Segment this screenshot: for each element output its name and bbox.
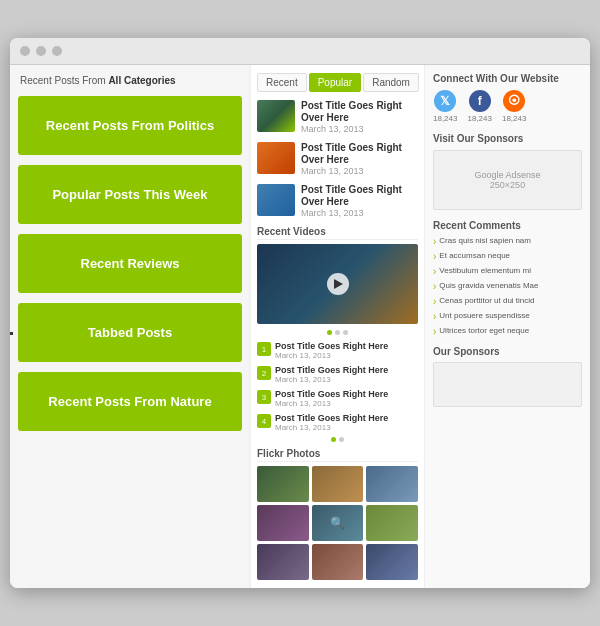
tab-popular[interactable]: Popular [309,73,361,92]
widget-label-3: Tabbed Posts [88,325,172,340]
comment-item-3: › Quis gravida venenatis Mae [433,281,582,293]
comment-text-0: Cras quis nisl sapien nam [439,236,531,246]
twitter-social[interactable]: 𝕏 18,243 [433,90,457,123]
recent-post-item-2: 3 Post Title Goes Right Here March 13, 2… [257,389,418,408]
flickr-item-4[interactable] [257,505,309,541]
facebook-social[interactable]: f 18,243 [467,90,491,123]
search-overlay-icon: 🔍 [330,516,345,530]
rss-count: 18,243 [502,114,526,123]
widget-recent-posts-nature[interactable]: Recent Posts From Nature [18,372,242,431]
widget-popular-posts[interactable]: Popular Posts This Week [18,165,242,224]
video-dots [257,330,418,335]
browser-dot-2 [36,46,46,56]
comment-bullet-4: › [433,296,436,308]
rp-number-3: 4 [257,414,271,428]
flickr-label: Flickr Photos [257,448,418,462]
right-sidebar: Connect With Our Website 𝕏 18,243 f 18,2… [425,65,590,588]
post-title-0[interactable]: Post Title Goes Right Over Here [301,100,418,124]
comments-list: › Cras quis nisl sapien nam › Et accumsa… [433,236,582,338]
topbar-bold: All Categories [108,75,175,86]
browser-window: Recent Posts From All Categories Recent … [10,38,590,588]
comment-text-3: Quis gravida venenatis Mae [439,281,538,291]
comment-item-5: › Unt posuere suspendisse [433,311,582,323]
rp-title-2[interactable]: Post Title Goes Right Here [275,389,388,399]
video-dot-1[interactable] [327,330,332,335]
tab-recent[interactable]: Recent [257,73,307,92]
recent-post-item-1: 2 Post Title Goes Right Here March 13, 2… [257,365,418,384]
comment-bullet-3: › [433,281,436,293]
recent-comments-title: Recent Comments [433,220,582,231]
rss-social[interactable]: ⦿ 18,243 [502,90,526,123]
comment-bullet-0: › [433,236,436,248]
flickr-dot-1[interactable] [331,437,336,442]
post-item-1: Post Title Goes Right Over Here March 13… [257,142,418,176]
video-dot-2[interactable] [335,330,340,335]
widget-label-0: Recent Posts From Politics [46,118,214,133]
post-item-2: Post Title Goes Right Over Here March 13… [257,184,418,218]
flickr-item-7[interactable] [257,544,309,580]
widget-tabbed-posts[interactable]: Tabbed Posts [18,303,242,362]
post-thumb-1 [257,142,295,174]
widget-recent-posts-politics[interactable]: Recent Posts From Politics [18,96,242,155]
post-info-2: Post Title Goes Right Over Here March 13… [301,184,418,218]
post-info-1: Post Title Goes Right Over Here March 13… [301,142,418,176]
post-thumb-2 [257,184,295,216]
rp-info-3: Post Title Goes Right Here March 13, 201… [275,413,388,432]
tab-random[interactable]: Random [363,73,419,92]
comment-text-5: Unt posuere suspendisse [439,311,529,321]
post-date-2: March 13, 2013 [301,208,418,218]
post-item-0: Post Title Goes Right Over Here March 13… [257,100,418,134]
facebook-count: 18,243 [467,114,491,123]
comment-text-1: Et accumsan neque [439,251,510,261]
widget-recent-reviews[interactable]: Recent Reviews [18,234,242,293]
rp-title-3[interactable]: Post Title Goes Right Here [275,413,388,423]
comment-item-6: › Ultrices tortor eget neque [433,326,582,338]
rp-date-1: March 13, 2013 [275,375,388,384]
comment-text-4: Cenas porttitor ut dui tincid [439,296,534,306]
comment-item-4: › Cenas porttitor ut dui tincid [433,296,582,308]
video-container[interactable] [257,244,418,324]
video-dot-3[interactable] [343,330,348,335]
tabs-bar: Recent Popular Random [257,73,418,92]
flickr-dots [257,437,418,442]
post-title-2[interactable]: Post Title Goes Right Over Here [301,184,418,208]
post-thumb-0 [257,100,295,132]
widget-label-1: Popular Posts This Week [52,187,207,202]
flickr-item-2[interactable] [312,466,364,502]
connect-title: Connect With Our Website [433,73,582,84]
post-title-1[interactable]: Post Title Goes Right Over Here [301,142,418,166]
sponsor-box [433,362,582,407]
post-date-0: March 13, 2013 [301,124,418,134]
twitter-count: 18,243 [433,114,457,123]
adsense-box[interactable]: Google Adsense250×250 [433,150,582,210]
widget-label-4: Recent Posts From Nature [48,394,211,409]
rp-title-0[interactable]: Post Title Goes Right Here [275,341,388,351]
flickr-item-1[interactable] [257,466,309,502]
comment-item-0: › Cras quis nisl sapien nam [433,236,582,248]
rp-info-1: Post Title Goes Right Here March 13, 201… [275,365,388,384]
rp-date-0: March 13, 2013 [275,351,388,360]
rp-info-0: Post Title Goes Right Here March 13, 201… [275,341,388,360]
top-bar: Recent Posts From All Categories [18,75,242,86]
rp-number-2: 3 [257,390,271,404]
flickr-item-3[interactable] [366,466,418,502]
comment-item-2: › Vestibulum elementum mi [433,266,582,278]
play-triangle-icon [334,279,343,289]
flickr-item-5[interactable]: 🔍 [312,505,364,541]
flickr-item-8[interactable] [312,544,364,580]
recent-post-item-3: 4 Post Title Goes Right Here March 13, 2… [257,413,418,432]
topbar-text: Recent Posts From [20,75,106,86]
rp-info-2: Post Title Goes Right Here March 13, 201… [275,389,388,408]
flickr-item-6[interactable] [366,505,418,541]
rp-number-0: 1 [257,342,271,356]
rp-date-3: March 13, 2013 [275,423,388,432]
rp-title-1[interactable]: Post Title Goes Right Here [275,365,388,375]
post-date-1: March 13, 2013 [301,166,418,176]
rss-icon: ⦿ [503,90,525,112]
play-button[interactable] [327,273,349,295]
browser-dot-3 [52,46,62,56]
flickr-item-9[interactable] [366,544,418,580]
browser-chrome [10,38,590,65]
flickr-dot-2[interactable] [339,437,344,442]
sponsors-title: Visit Our Sponsors [433,133,582,144]
